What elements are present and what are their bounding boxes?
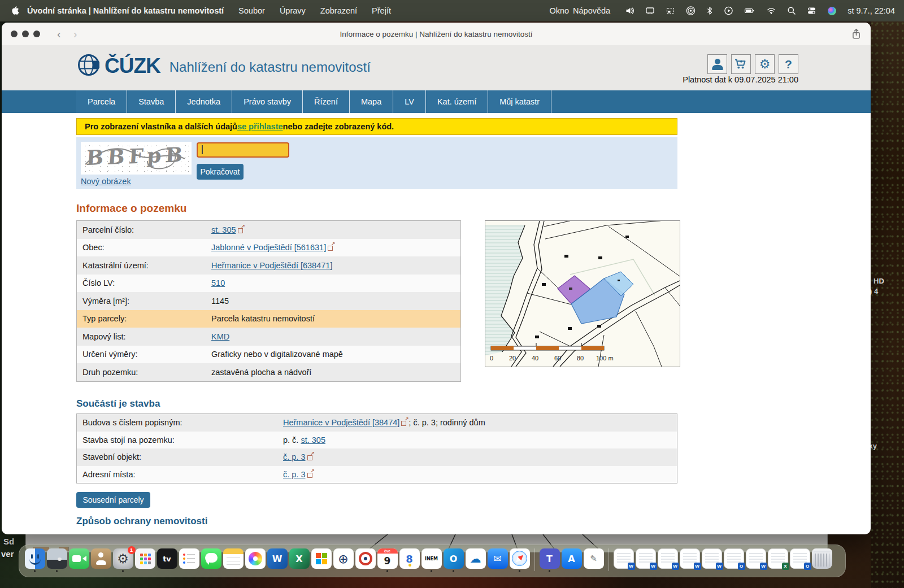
dock-trash-icon[interactable] — [812, 548, 832, 569]
dock-reminders-icon[interactable] — [179, 548, 199, 569]
battery-icon[interactable] — [744, 6, 755, 15]
dock-mail-icon[interactable]: ✉ — [488, 548, 508, 569]
airdrop-icon[interactable] — [686, 6, 696, 15]
captcha-input[interactable] — [197, 142, 289, 158]
forward-button[interactable]: › — [73, 23, 77, 45]
user-account-button[interactable] — [707, 54, 727, 74]
dock-textedit-icon[interactable]: ✎ — [584, 548, 604, 569]
dock-messages-icon[interactable] — [201, 548, 221, 569]
screen-mirroring-icon[interactable] — [666, 6, 675, 15]
dock-teams-icon[interactable]: T — [540, 548, 560, 569]
dock-separator[interactable] — [534, 548, 535, 571]
cuzk-globe-logo-icon[interactable] — [76, 53, 102, 79]
menu-item[interactable]: Úpravy — [280, 6, 306, 15]
menu-item[interactable]: Zobrazení — [320, 6, 357, 15]
nav-tab[interactable]: Kat. území — [426, 90, 488, 113]
cart-button[interactable] — [731, 54, 751, 74]
now-playing-icon[interactable] — [724, 6, 733, 15]
continue-button[interactable]: Pokračovat — [197, 164, 244, 180]
dock-photos-icon[interactable] — [245, 548, 266, 569]
display-icon[interactable] — [645, 6, 655, 15]
dock-minimized-window[interactable]: O — [790, 548, 810, 569]
menu-item[interactable]: Přejít — [372, 6, 391, 15]
dock-minimized-window[interactable]: W — [614, 548, 634, 569]
row-link[interactable]: st. 305 — [301, 435, 325, 445]
dock-outlook-icon[interactable]: O — [444, 548, 464, 569]
wifi-icon[interactable] — [766, 6, 776, 15]
row-link[interactable]: st. 305 — [211, 225, 236, 234]
row-link[interactable]: č. p. 3 — [283, 452, 306, 461]
spotlight-search-icon[interactable] — [787, 6, 796, 15]
help-button[interactable]: ? — [779, 54, 798, 74]
dock-onedrive-icon[interactable]: ☁ — [466, 548, 486, 569]
dock-apple-tv-icon[interactable]: tv — [157, 548, 177, 569]
cuzk-logo-text[interactable]: ČÚZK — [105, 54, 160, 78]
siri-icon[interactable] — [827, 6, 837, 16]
dock-app-store-icon[interactable]: A — [562, 548, 582, 569]
login-link[interactable]: se přihlaste — [237, 122, 283, 131]
dock-minimized-window[interactable]: O — [724, 548, 744, 569]
dock-minimized-window[interactable]: W — [702, 548, 722, 569]
dock-minimized-window[interactable]: W — [746, 548, 766, 569]
dock-separator[interactable] — [609, 548, 609, 571]
nav-tab[interactable]: Jednotka — [176, 90, 232, 113]
nav-tab[interactable]: Můj katastr — [488, 90, 551, 113]
nav-tab[interactable]: LV — [393, 90, 426, 113]
dock-preview-icon[interactable] — [47, 548, 67, 569]
table-row: Budova s číslem popisným: Heřmanice v Po… — [77, 414, 677, 432]
nav-tab[interactable]: Mapa — [350, 90, 393, 113]
dock-notes-icon[interactable] — [223, 548, 244, 569]
nav-tab[interactable]: Řízení — [303, 90, 350, 113]
volume-icon[interactable] — [625, 6, 634, 15]
dock-word-icon[interactable]: W — [267, 548, 288, 569]
svg-text:0: 0 — [490, 355, 493, 361]
dock-map-pin-app-icon[interactable]: 8 — [399, 548, 420, 569]
menu-item[interactable]: Okno — [549, 6, 569, 15]
dock-inem-app-icon[interactable]: INEM — [421, 548, 442, 569]
dock-minimized-window[interactable]: X — [768, 548, 788, 569]
row-link[interactable]: Jablonné v Podještědí [561631] — [211, 243, 326, 252]
back-button[interactable]: ‹ — [57, 23, 61, 45]
dock-excel-icon[interactable]: X — [289, 548, 310, 569]
bluetooth-icon[interactable] — [706, 6, 713, 15]
dock-minimized-window[interactable]: W — [680, 548, 700, 569]
menu-bar-clock[interactable]: st 9.7., 22:04 — [847, 6, 895, 15]
row-value: KMD — [211, 332, 229, 341]
dock-finder-icon[interactable] — [25, 548, 45, 569]
nav-tab[interactable]: Stavba — [127, 90, 176, 113]
dock-ring-app-icon[interactable] — [355, 548, 376, 569]
row-link[interactable]: Heřmanice v Podještědí [638471] — [211, 261, 332, 270]
neighboring-parcels-button[interactable]: Sousední parcely — [76, 492, 150, 508]
nav-tab[interactable]: Právo stavby — [232, 90, 303, 113]
zoom-window-button[interactable] — [33, 31, 40, 37]
new-captcha-link[interactable]: Nový obrázek — [81, 177, 131, 186]
dock-launchpad-icon[interactable] — [135, 548, 155, 569]
share-icon[interactable] — [851, 28, 862, 42]
dock-calendar-icon[interactable]: čvc 9 — [377, 548, 398, 569]
settings-button[interactable]: ⚙ — [755, 54, 775, 74]
active-app-name[interactable]: Úvodní stránka | Nahlížení do katastru n… — [27, 6, 224, 15]
control-center-icon[interactable] — [807, 6, 816, 15]
row-value: 510 — [211, 278, 225, 288]
dock-globe-app-icon[interactable]: ⊕ — [333, 548, 354, 569]
dock-office-icon[interactable] — [311, 548, 332, 569]
row-link[interactable]: KMD — [211, 332, 229, 341]
row-link[interactable]: 510 — [211, 278, 225, 288]
alert-text: nebo zadejte zobrazený kód. — [283, 122, 394, 131]
external-link-icon — [307, 454, 314, 460]
menu-item[interactable]: Soubor — [238, 6, 265, 15]
row-link[interactable]: č. p. 3 — [283, 470, 306, 479]
cadastral-map[interactable]: 0 20 40 60 80 100 m — [485, 220, 680, 367]
dock-minimized-window[interactable]: W — [636, 548, 656, 569]
nav-tab[interactable]: Parcela — [76, 90, 127, 113]
dock-minimized-window[interactable]: W — [658, 548, 678, 569]
dock-contacts-icon[interactable] — [91, 548, 111, 569]
apple-menu-icon[interactable] — [10, 6, 19, 16]
dock-system-settings-icon[interactable]: ⚙ 1 — [113, 548, 133, 569]
menu-item[interactable]: Nápověda — [573, 6, 610, 15]
row-link[interactable]: Heřmanice v Podještědí [38474] — [283, 418, 399, 427]
dock-safari-icon[interactable] — [510, 548, 530, 569]
dock-facetime-icon[interactable] — [69, 548, 89, 569]
minimize-window-button[interactable] — [22, 31, 29, 37]
close-window-button[interactable] — [11, 31, 18, 37]
